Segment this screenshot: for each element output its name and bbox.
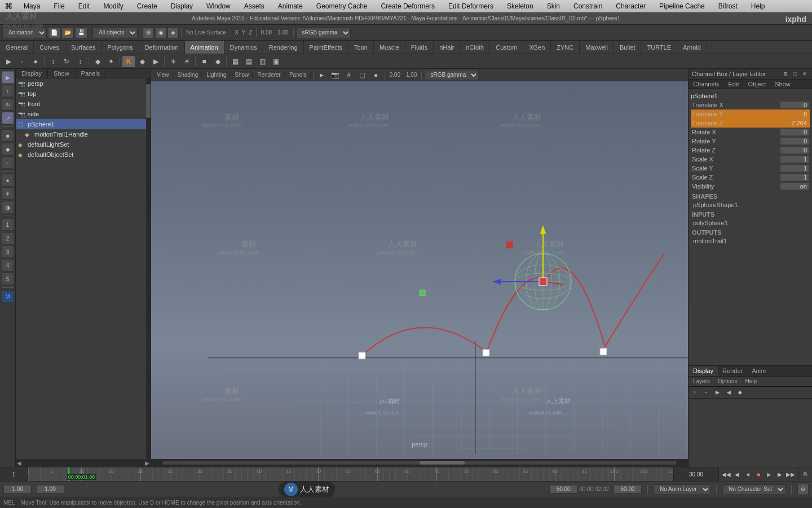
tab-muscle[interactable]: Muscle [374, 41, 405, 54]
tab-xgen[interactable]: XGen [523, 41, 551, 54]
vp-show-menu[interactable]: Show [231, 72, 253, 78]
tab-custom[interactable]: Custom [490, 41, 523, 54]
trax-editor-btn[interactable]: ▥ [256, 56, 268, 67]
set-driven-key-btn[interactable]: ◆ [136, 56, 148, 67]
stop-btn[interactable]: ■ [753, 469, 764, 479]
outliner-tab-panels[interactable]: Panels [76, 69, 107, 78]
goto-end-btn[interactable]: ▶▶ [785, 469, 796, 479]
menu-create[interactable]: Create [135, 2, 160, 10]
rotate-mode-btn[interactable]: ↻ [2, 98, 14, 111]
goto-start-btn[interactable]: ◀◀ [721, 469, 731, 479]
menu-modify[interactable]: Modify [101, 2, 125, 10]
prev-frame-btn[interactable]: ◀ [732, 469, 742, 479]
le-delete-layer-btn[interactable]: - [701, 388, 711, 397]
snap-to-edge-btn[interactable]: ◈ [167, 27, 179, 38]
timeline-ruler[interactable]: 1510152025303540455055606570758085909510… [28, 467, 673, 481]
ch-sx-value[interactable]: 1 [780, 156, 809, 163]
tab-toon[interactable]: Toon [348, 41, 374, 54]
menu-display[interactable]: Display [169, 2, 195, 10]
apple-menu[interactable]: ⌘ [5, 2, 12, 11]
scale-mode-btn[interactable]: ↗ [2, 112, 14, 124]
menu-geometry-cache[interactable]: Geometry Cache [314, 2, 370, 10]
select-comp-btn[interactable]: ◆ [2, 143, 14, 155]
play-back-btn[interactable]: ◄ [743, 469, 753, 479]
end-frame-input[interactable] [614, 485, 642, 494]
le-tab-display[interactable]: Display [689, 366, 718, 376]
cb-outputs-item[interactable]: motionTrail1 [691, 237, 810, 245]
channel-scale-z[interactable]: Scale Z 1 [691, 173, 810, 182]
outliner-item-top[interactable]: 📷 top [16, 89, 151, 99]
playback-start-input[interactable] [36, 485, 64, 494]
cb-inputs-item[interactable]: polySphere1 [691, 219, 810, 227]
channel-translate-x[interactable]: Translate X 0 [691, 100, 810, 110]
layer5-btn[interactable]: 5 [2, 273, 14, 285]
menu-file[interactable]: File [51, 2, 67, 10]
channel-rotate-x[interactable]: Rotate X 0 [691, 128, 810, 137]
le-membership-btn[interactable]: ◆ [735, 388, 745, 397]
anim-layer-selector[interactable]: No Anim Layer [654, 484, 710, 494]
tab-maxwell[interactable]: Maxwell [580, 41, 614, 54]
vp-smooth-btn[interactable]: ● [370, 69, 382, 81]
le-new-layer-btn[interactable]: + [690, 388, 700, 397]
vp-lighting-menu[interactable]: Lighting [203, 72, 230, 78]
le-tab-anim[interactable]: Anim [747, 366, 770, 376]
menu-bifrost[interactable]: Bifrost [716, 2, 740, 10]
dope-sheet-btn[interactable]: ▤ [242, 56, 255, 67]
tab-nhair[interactable]: nHair [434, 41, 460, 54]
motion-trail-btn[interactable]: ▶ [149, 56, 162, 67]
sculpt-btn[interactable]: ☀ [2, 187, 14, 200]
tab-fluids[interactable]: Fluids [405, 41, 434, 54]
vp-select-btn[interactable]: ▶ [316, 69, 328, 81]
outliner-item-motiontrail[interactable]: ◆ motionTrail1Handle [16, 129, 151, 139]
menu-maya[interactable]: Maya [21, 2, 42, 10]
outliner-item-side[interactable]: 📷 side [16, 109, 151, 119]
outliner-tab-display[interactable]: Display [16, 69, 48, 78]
menu-pipeline-cache[interactable]: Pipeline Cache [657, 2, 707, 10]
tab-turtle[interactable]: TURTLE [641, 41, 677, 54]
xray-btn[interactable]: ◑ [2, 201, 14, 213]
channel-translate-y[interactable]: Translate Y 8 [691, 110, 810, 119]
lasso-tool-btn[interactable]: ◦ [16, 56, 28, 67]
node-editor-btn[interactable]: ◆ [211, 56, 224, 67]
channel-scale-y[interactable]: Scale Y 1 [691, 164, 810, 173]
outliner-item-front[interactable]: 📷 front [16, 99, 151, 109]
select-obj-btn[interactable]: ■ [2, 129, 14, 142]
paint-select-btn[interactable]: ● [29, 56, 42, 67]
vp-view-menu[interactable]: View [153, 72, 173, 78]
channel-rotate-z[interactable]: Rotate Z 0 [691, 146, 810, 155]
start-frame-input[interactable] [3, 485, 32, 494]
outliner-scroll-thumb[interactable] [146, 84, 151, 118]
cb-close-btn[interactable]: ✕ [801, 70, 809, 78]
cb-shapes-item[interactable]: pSphereShape1 [691, 201, 810, 209]
channel-rotate-y[interactable]: Rotate Y 0 [691, 137, 810, 146]
tab-general[interactable]: General [0, 41, 34, 54]
move-tool-btn[interactable]: ↕ [47, 56, 59, 67]
channel-translate-z[interactable]: Translate Z 2.204 [691, 119, 810, 128]
select-snap-btn[interactable]: ◦ [2, 156, 14, 169]
open-scene-btn[interactable]: 📂 [61, 27, 74, 38]
play-fwd-btn[interactable]: ▶ [764, 469, 774, 479]
rotate-tool-btn[interactable]: ↻ [60, 56, 73, 67]
menu-constrain[interactable]: Constrain [571, 2, 604, 10]
cb-tab-object[interactable]: Object [743, 80, 770, 89]
vp-shading-menu[interactable]: Shading [174, 72, 202, 78]
selection-mode-selector[interactable]: All objects [92, 27, 138, 38]
outliner-tab-show[interactable]: Show [48, 69, 76, 78]
menu-animate[interactable]: Animate [276, 2, 305, 10]
menu-skeleton[interactable]: Skeleton [505, 2, 536, 10]
viewport-scene[interactable]: 素材 www.rr-sc.com 人人素材 www.rr-sc.com 人人素材… [151, 81, 688, 459]
tab-zync[interactable]: ZYNC [551, 41, 580, 54]
render-btn[interactable]: ☀ [167, 56, 179, 67]
snap-to-point-btn[interactable]: ◉ [155, 27, 166, 38]
loop-btn[interactable]: ♻ [801, 470, 810, 479]
ch-sz-value[interactable]: 1 [780, 174, 809, 181]
viewport-hscrollbar[interactable] [151, 459, 688, 467]
vp-renderer-menu[interactable]: Renderer [254, 72, 285, 78]
outliner-item-lightset[interactable]: ◆ defaultLightSet [16, 139, 151, 150]
ipr-render-btn[interactable]: ☀ [180, 56, 193, 67]
select-mode-btn[interactable]: ▶ [2, 71, 14, 84]
le-remove-selected-btn[interactable]: ◀ [723, 388, 734, 397]
cb-tab-channels[interactable]: Channels [689, 80, 723, 89]
show-manipulator-btn[interactable]: ✦ [105, 56, 117, 67]
camera-sequencer-btn[interactable]: ▣ [270, 56, 282, 67]
